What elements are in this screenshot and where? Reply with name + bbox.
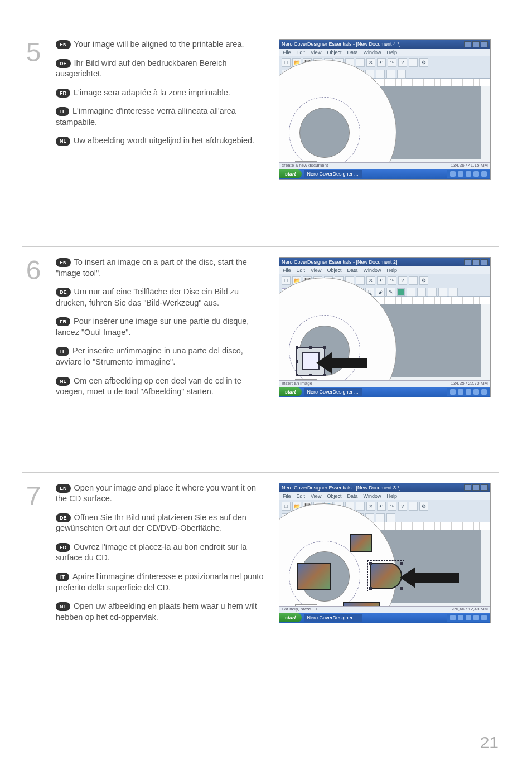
align4-icon — [376, 70, 385, 79]
menu-window: Window — [363, 493, 381, 499]
lang-fr: FR — [56, 89, 70, 98]
step-number-5: 5 — [22, 39, 45, 66]
tray-icon — [473, 389, 479, 395]
start-button: start — [279, 613, 302, 622]
paste-icon — [356, 502, 365, 511]
s7-it: Aprire l'immagine d'interesse e posizion… — [56, 572, 263, 592]
s5-nl: Uw afbeelding wordt uitgelijnd in het af… — [74, 136, 254, 145]
help-icon: ? — [398, 58, 407, 67]
undo-icon: ↶ — [377, 502, 386, 511]
taskbar-item: Nero CoverDesigner ... — [304, 170, 362, 178]
selection-marquee — [367, 560, 404, 591]
screenshot-5: Nero CoverDesigner Essentials - [New Doc… — [279, 39, 491, 180]
menu-view: View — [311, 493, 321, 499]
workspace — [295, 530, 481, 603]
menu-window: Window — [363, 268, 381, 273]
taskbar-item: Nero CoverDesigner ... — [304, 614, 362, 622]
tray-icon — [481, 389, 487, 395]
lang-en: EN — [56, 484, 71, 493]
new-icon: □ — [282, 276, 291, 285]
s7-nl: Open uw afbeelding en plaats hem waar u … — [56, 602, 257, 622]
align2-icon — [417, 288, 426, 297]
statusbar: Insert an image -134,35 / 22,70 MM — [279, 380, 490, 387]
maximize-icon — [472, 41, 480, 47]
page-number: 21 — [480, 733, 499, 752]
settings-icon: ⚙ — [419, 502, 428, 511]
statusbar: For help, press F1 -26,46 / 12,48 MM — [279, 606, 490, 613]
redo-icon: ↷ — [388, 276, 396, 285]
menubar: File Edit View Object Data Window Help — [279, 492, 490, 500]
step-7-text: ENOpen your image and place it where you… — [56, 483, 268, 631]
redo-icon: ↷ — [388, 58, 396, 67]
tray-icon — [450, 615, 456, 620]
s5-en: Your image will be aligned to the printa… — [74, 40, 244, 49]
grid2-icon — [386, 513, 395, 522]
placed-image — [350, 534, 372, 552]
color-icon — [397, 288, 405, 296]
s6-fr: Pour insérer une image sur une partie du… — [56, 317, 249, 337]
status-coords: -134,35 / 22,70 — [449, 381, 480, 386]
info-icon — [409, 502, 418, 511]
minimize-icon — [464, 484, 471, 491]
tray-icon — [450, 171, 456, 177]
window-titlebar: Nero CoverDesigner Essentials - [New Doc… — [279, 258, 490, 266]
tray-icon — [473, 171, 479, 177]
grid-icon — [376, 513, 385, 522]
statusbar: create a new document -134,36 / 41,15 MM — [279, 162, 490, 169]
window-titlebar: Nero CoverDesigner Essentials - [New Doc… — [279, 483, 490, 492]
lang-it: IT — [56, 347, 69, 356]
lang-nl: NL — [56, 377, 70, 386]
settings-icon: ⚙ — [419, 58, 428, 67]
menu-help: Help — [386, 268, 397, 273]
window-title: Nero CoverDesigner Essentials - [New Doc… — [282, 485, 401, 491]
close-icon — [481, 259, 488, 265]
tray-icon — [466, 389, 471, 395]
system-tray — [447, 614, 490, 622]
menu-view: View — [311, 268, 321, 273]
status-unit: MM — [481, 607, 488, 612]
new-icon: □ — [282, 58, 291, 67]
lang-de: DE — [56, 59, 71, 68]
close-icon — [481, 484, 488, 491]
help-icon: ? — [398, 502, 407, 511]
status-unit: MM — [481, 381, 488, 386]
lang-fr: FR — [56, 543, 70, 552]
info-icon — [409, 58, 418, 67]
delete-icon: ✕ — [366, 502, 375, 511]
grid-icon — [386, 70, 395, 79]
align3-icon — [428, 288, 437, 297]
system-tray — [447, 388, 490, 396]
close-icon — [481, 41, 488, 47]
screenshot-7: Nero CoverDesigner Essentials - [New Doc… — [279, 483, 491, 623]
taskbar: start Nero CoverDesigner ... — [279, 613, 490, 623]
s5-de: Ihr Bild wird auf den bedruckbaren Berei… — [56, 59, 227, 79]
menubar: File Edit View Object Data Window Help — [279, 49, 490, 56]
paste-icon — [356, 276, 365, 285]
tray-icon — [450, 389, 456, 395]
start-button: start — [279, 387, 302, 396]
align-icon — [407, 288, 415, 297]
settings-icon: ⚙ — [419, 276, 428, 285]
s7-de: Öffnen Sie Ihr Bild und platzieren Sie e… — [56, 513, 246, 533]
minimize-icon — [464, 259, 471, 265]
menu-edit: Edit — [297, 50, 306, 55]
step-6-text: ENTo insert an image on a part of the di… — [56, 257, 268, 405]
status-message: For help, press F1 — [282, 607, 318, 613]
tray-icon — [481, 171, 487, 177]
system-tray — [447, 170, 490, 178]
maximize-icon — [472, 484, 480, 491]
workspace — [295, 304, 481, 377]
minimize-icon — [464, 41, 471, 47]
step-number-7: 7 — [22, 483, 45, 510]
menu-view: View — [311, 50, 321, 55]
menu-data: Data — [347, 268, 357, 273]
s5-fr: L'image sera adaptée à la zone imprimabl… — [74, 88, 230, 97]
menu-file: File — [283, 268, 291, 273]
menu-file: File — [283, 493, 291, 499]
s7-fr: Ouvrez l'image et placez-la au bon endro… — [56, 542, 247, 563]
menu-edit: Edit — [297, 268, 306, 273]
delete-icon: ✕ — [366, 58, 375, 67]
menubar: File Edit View Object Data Window Help — [279, 266, 490, 274]
taskbar: start Nero CoverDesigner ... — [279, 169, 490, 179]
lang-it: IT — [56, 107, 69, 116]
